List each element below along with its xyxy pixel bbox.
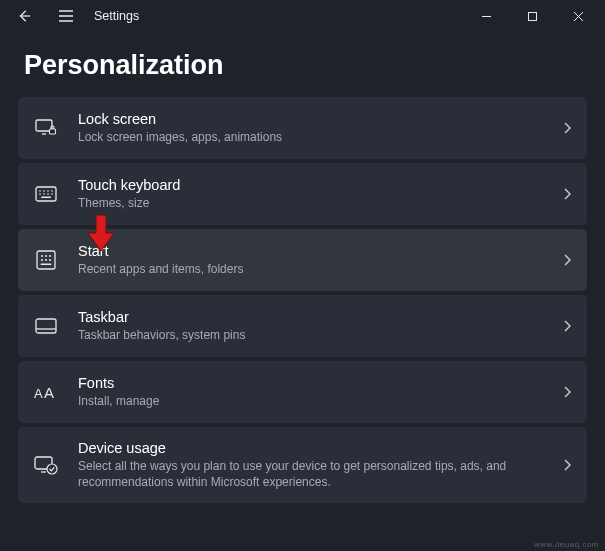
svg-point-14	[41, 255, 43, 257]
maximize-button[interactable]	[509, 0, 555, 32]
svg-point-11	[51, 193, 53, 195]
monitor-lock-icon	[32, 118, 60, 138]
row-title: Touch keyboard	[78, 176, 553, 194]
svg-point-5	[43, 190, 45, 192]
svg-rect-20	[41, 264, 52, 266]
window-title: Settings	[94, 9, 139, 23]
svg-point-7	[51, 190, 53, 192]
keyboard-icon	[32, 186, 60, 202]
row-title: Lock screen	[78, 110, 553, 128]
svg-rect-0	[528, 12, 536, 20]
page-title: Personalization	[0, 32, 605, 97]
chevron-right-icon	[563, 320, 571, 332]
settings-row-fonts[interactable]: AA Fonts Install, manage	[18, 361, 587, 423]
menu-button[interactable]	[46, 0, 86, 32]
svg-rect-2	[50, 129, 56, 134]
fonts-icon: AA	[32, 383, 60, 401]
minimize-button[interactable]	[463, 0, 509, 32]
row-subtitle: Taskbar behaviors, system pins	[78, 327, 553, 343]
svg-point-10	[47, 193, 49, 195]
row-subtitle: Install, manage	[78, 393, 553, 409]
row-subtitle: Select all the ways you plan to use your…	[78, 458, 553, 490]
svg-point-17	[41, 259, 43, 261]
watermark: www.deuaq.com	[534, 540, 599, 549]
close-button[interactable]	[555, 0, 601, 32]
svg-point-18	[45, 259, 47, 261]
svg-rect-12	[41, 197, 51, 199]
settings-row-start[interactable]: Start Recent apps and items, folders	[18, 229, 587, 291]
svg-rect-3	[36, 187, 56, 201]
row-subtitle: Recent apps and items, folders	[78, 261, 553, 277]
row-title: Start	[78, 242, 553, 260]
settings-row-lock-screen[interactable]: Lock screen Lock screen images, apps, an…	[18, 97, 587, 159]
row-title: Device usage	[78, 439, 553, 457]
chevron-right-icon	[563, 459, 571, 471]
settings-row-device-usage[interactable]: Device usage Select all the ways you pla…	[18, 427, 587, 503]
start-icon	[32, 250, 60, 270]
chevron-right-icon	[563, 386, 571, 398]
settings-row-touch-keyboard[interactable]: Touch keyboard Themes, size	[18, 163, 587, 225]
settings-list: Lock screen Lock screen images, apps, an…	[0, 97, 605, 503]
device-usage-icon	[32, 455, 60, 475]
svg-point-16	[49, 255, 51, 257]
svg-point-15	[45, 255, 47, 257]
chevron-right-icon	[563, 122, 571, 134]
taskbar-icon	[32, 318, 60, 334]
svg-point-8	[39, 193, 41, 195]
svg-rect-21	[36, 319, 56, 333]
chevron-right-icon	[563, 188, 571, 200]
row-title: Taskbar	[78, 308, 553, 326]
svg-text:A: A	[34, 386, 43, 401]
svg-point-9	[43, 193, 45, 195]
row-title: Fonts	[78, 374, 553, 392]
row-subtitle: Themes, size	[78, 195, 553, 211]
svg-text:A: A	[44, 384, 54, 401]
chevron-right-icon	[563, 254, 571, 266]
svg-point-6	[47, 190, 49, 192]
settings-row-taskbar[interactable]: Taskbar Taskbar behaviors, system pins	[18, 295, 587, 357]
svg-point-4	[39, 190, 41, 192]
title-bar: Settings	[0, 0, 605, 32]
svg-point-19	[49, 259, 51, 261]
row-subtitle: Lock screen images, apps, animations	[78, 129, 553, 145]
back-button[interactable]	[4, 0, 44, 32]
